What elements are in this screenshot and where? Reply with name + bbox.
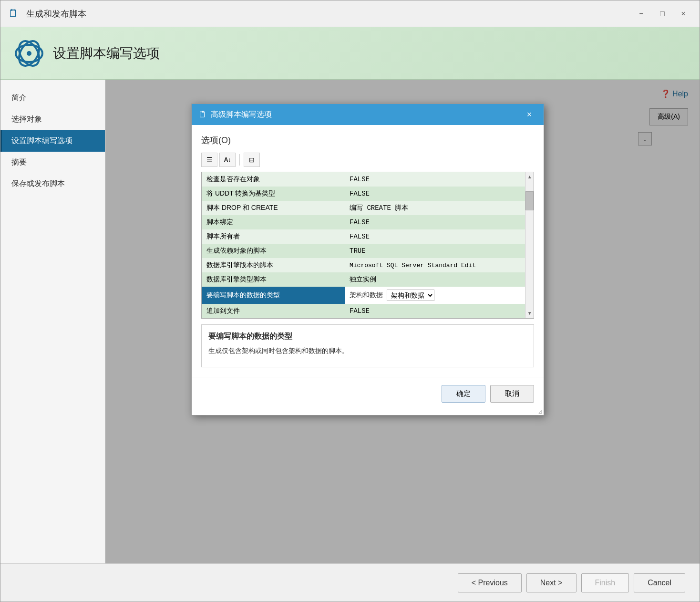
- restore-button[interactable]: □: [654, 7, 671, 21]
- bottom-nav: < Previous Next > Finish Cancel: [0, 563, 700, 602]
- modal-dialog: 🗒 高级脚本编写选项 × 选项(O) ☰ A↓: [191, 104, 544, 415]
- toolbar-divider: [239, 154, 240, 166]
- svg-point-3: [27, 51, 31, 56]
- options-title: 选项(O): [201, 135, 534, 146]
- minimize-button[interactable]: −: [633, 7, 650, 21]
- sidebar: 简介 选择对象 设置脚本编写选项 摘要 保存或发布脚本: [0, 80, 105, 563]
- modal-title-bar: 🗒 高级脚本编写选项 ×: [192, 104, 544, 125]
- content-area: 简介 选择对象 设置脚本编写选项 摘要 保存或发布脚本 ❓ Help 高级(A)…: [0, 80, 700, 563]
- option-name: 生成依赖对象的脚本: [202, 244, 345, 258]
- modal-overlay: 🗒 高级脚本编写选项 × 选项(O) ☰ A↓: [105, 80, 700, 563]
- table-row[interactable]: 数据库引擎版本的脚本 Microsoft SQL Server Standard…: [202, 258, 525, 272]
- option-value: Microsoft SQL Server Standard Edit: [345, 258, 525, 272]
- option-name: 追加到文件: [202, 304, 345, 318]
- dropdown-value: 架构和数据: [350, 291, 383, 300]
- table-row[interactable]: 脚本所有者 FALSE: [202, 229, 525, 244]
- option-name: 脚本绑定: [202, 215, 345, 229]
- description-box: 要编写脚本的数据的类型 生成仅包含架构或同时包含架构和数据的脚本。: [201, 324, 534, 367]
- scroll-up-arrow[interactable]: ▲: [525, 172, 534, 182]
- title-bar-controls: − □ ×: [633, 7, 692, 21]
- cancel-button-modal[interactable]: 取消: [490, 385, 534, 403]
- main-window: 🗒 生成和发布脚本 − □ × 设置脚本编写选项 简介 选择对象 设置脚本编写选…: [0, 0, 700, 602]
- option-value: FALSE: [345, 304, 525, 318]
- option-value: 编写 CREATE 脚本: [345, 201, 525, 215]
- table-row[interactable]: 脚本绑定 FALSE: [202, 215, 525, 229]
- toolbar-list-btn[interactable]: ☰: [201, 153, 217, 167]
- resize-icon: ⊿: [538, 408, 543, 415]
- option-name: 数据库引擎类型脚本: [202, 272, 345, 287]
- table-row[interactable]: 脚本 DROP 和 CREATE 编写 CREATE 脚本: [202, 201, 525, 215]
- modal-icon: 🗒: [198, 110, 207, 120]
- description-title: 要编写脚本的数据的类型: [208, 332, 527, 342]
- modal-resize: ⊿: [192, 410, 544, 415]
- option-name: 数据库引擎版本的脚本: [202, 258, 345, 272]
- table-row[interactable]: 数据库引擎类型脚本 独立实例: [202, 272, 525, 287]
- option-value: FALSE: [345, 187, 525, 201]
- scroll-thumb[interactable]: [525, 191, 534, 210]
- page-title: 设置脚本编写选项: [53, 44, 160, 62]
- option-name: 检查是否存在对象: [202, 172, 345, 187]
- sidebar-item-summary[interactable]: 摘要: [0, 152, 105, 173]
- main-panel: ❓ Help 高级(A) .. 🗒 高级脚本编写选项 ×: [105, 80, 700, 563]
- table-scrollbar[interactable]: ▲ ▼: [525, 172, 534, 318]
- option-name: 脚本所有者: [202, 229, 345, 244]
- finish-button[interactable]: Finish: [581, 573, 629, 592]
- previous-button[interactable]: < Previous: [458, 573, 522, 592]
- app-icon: 🗒: [8, 7, 21, 21]
- option-value: 独立实例: [345, 272, 525, 287]
- scroll-down-arrow[interactable]: ▼: [525, 309, 534, 318]
- option-value: FALSE: [345, 172, 525, 187]
- options-toolbar: ☰ A↓ ⊟: [201, 153, 534, 167]
- modal-title: 高级脚本编写选项: [211, 110, 522, 120]
- option-name: 将 UDDT 转换为基类型: [202, 187, 345, 201]
- sidebar-item-intro[interactable]: 简介: [0, 87, 105, 109]
- window-close-button[interactable]: ×: [675, 7, 692, 21]
- table-row[interactable]: 检查是否存在对象 FALSE: [202, 172, 525, 187]
- toolbar-filter-btn[interactable]: ⊟: [244, 153, 260, 167]
- description-text: 生成仅包含架构或同时包含架构和数据的脚本。: [208, 345, 527, 356]
- sidebar-item-select[interactable]: 选择对象: [0, 109, 105, 130]
- header-logo: [15, 39, 43, 68]
- table-row[interactable]: 将 UDDT 转换为基类型 FALSE: [202, 187, 525, 201]
- table-row-selected[interactable]: 要编写脚本的数据的类型 架构和数据 架构和数据 仅限架构: [202, 287, 525, 304]
- title-bar: 🗒 生成和发布脚本 − □ ×: [0, 0, 700, 27]
- table-row[interactable]: 追加到文件 FALSE: [202, 304, 525, 318]
- modal-close-button[interactable]: ×: [522, 107, 537, 122]
- toolbar-sort-btn[interactable]: A↓: [219, 153, 236, 167]
- modal-body: 选项(O) ☰ A↓ ⊟: [192, 125, 544, 377]
- cancel-button[interactable]: Cancel: [634, 573, 685, 592]
- option-name: 脚本 DROP 和 CREATE: [202, 201, 345, 215]
- toolbar-list-icon: ☰: [206, 156, 213, 164]
- modal-footer: 确定 取消: [192, 377, 544, 410]
- next-button[interactable]: Next >: [526, 573, 576, 592]
- header-banner: 设置脚本编写选项: [0, 27, 700, 80]
- data-type-select[interactable]: 架构和数据 仅限架构 仅限数据: [387, 290, 434, 301]
- toolbar-filter-icon: ⊟: [249, 156, 255, 164]
- option-value: FALSE: [345, 215, 525, 229]
- options-table: 检查是否存在对象 FALSE 将 UDDT 转换为基类型 FALSE 脚本 DR…: [202, 172, 525, 318]
- window-title: 生成和发布脚本: [26, 8, 633, 20]
- option-value: FALSE: [345, 229, 525, 244]
- ok-button[interactable]: 确定: [442, 385, 485, 403]
- table-row[interactable]: 生成依赖对象的脚本 TRUE: [202, 244, 525, 258]
- option-value: TRUE: [345, 244, 525, 258]
- sidebar-item-save[interactable]: 保存或发布脚本: [0, 173, 105, 195]
- sidebar-item-settings[interactable]: 设置脚本编写选项: [0, 130, 105, 152]
- table-wrapper: 检查是否存在对象 FALSE 将 UDDT 转换为基类型 FALSE 脚本 DR…: [201, 172, 534, 319]
- option-name: 要编写脚本的数据的类型: [202, 287, 345, 304]
- toolbar-sort-icon: A↓: [224, 156, 231, 163]
- option-value-dropdown[interactable]: 架构和数据 架构和数据 仅限架构 仅限数据: [345, 287, 525, 304]
